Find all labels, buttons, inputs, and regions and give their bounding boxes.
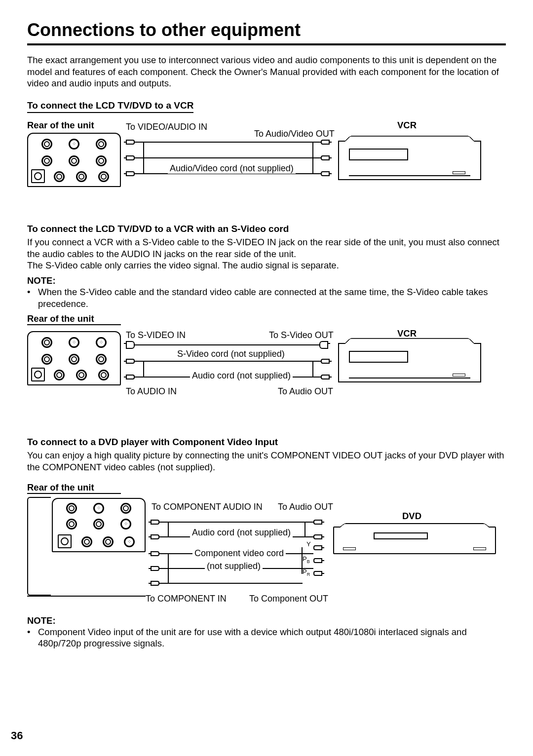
cable-bundle (312, 142, 313, 174)
plug-icon (321, 155, 330, 160)
plug-icon (313, 545, 322, 550)
jack-icon (41, 155, 52, 166)
section3-note-list: Component Video input of the unit are fo… (27, 626, 506, 649)
jack-icon (103, 536, 114, 547)
jack-icon (98, 370, 109, 380)
jack-icon (54, 171, 65, 182)
section2-body1: If you connect a VCR with a S-Video cabl… (27, 236, 506, 260)
dvd-label: DVD (402, 511, 421, 522)
title-rule (27, 43, 506, 45)
to-audio-out-label-3: To Audio OUT (278, 502, 333, 512)
rear-panel-3 (52, 498, 146, 552)
plug-icon (126, 140, 135, 145)
jack-svideo-icon (93, 503, 104, 514)
bracket-icon (27, 497, 51, 596)
rear-panel (27, 133, 121, 187)
plug-icon (321, 359, 330, 364)
jack-icon (41, 354, 52, 365)
cable-bundle (305, 522, 305, 537)
to-svideo-in-label: To S-VIDEO IN (126, 330, 186, 340)
page-title: Connections to other equipment (27, 20, 506, 40)
plug-icon (151, 534, 159, 539)
plug-icon (126, 171, 135, 176)
plug-icon (126, 375, 135, 379)
to-audio-video-out-label: To Audio/Video OUT (254, 129, 335, 139)
plug-icon (313, 534, 322, 539)
to-audio-out-label: To Audio OUT (278, 386, 333, 397)
jack-icon (96, 139, 107, 150)
diagram-vcr: Rear of the unit To VIDEO/AUDIO IN To Au… (27, 120, 506, 199)
vcr-device-2 (338, 343, 481, 382)
plug-icon (321, 171, 330, 176)
component-cord-label-2: (not supplied) (205, 561, 263, 571)
svideo-cord-label: S-Video cord (not supplied) (175, 349, 287, 359)
to-audio-in-label: To AUDIO IN (126, 386, 177, 397)
pr-label: PR (303, 568, 310, 577)
section2-note-label: NOTE: (27, 275, 506, 286)
plug-icon (313, 571, 322, 576)
vcr-label: VCR (397, 120, 417, 131)
section2-note-list: When the S-Video cable and the standard … (27, 286, 506, 309)
jack-icon (76, 171, 87, 182)
plug-icon (151, 581, 159, 586)
audio-cord-label-3: Audio cord (not supplied) (190, 528, 293, 538)
jack-icon (81, 536, 92, 547)
jack-svideo-icon (69, 337, 79, 348)
plug-icon (321, 375, 330, 379)
jack-svideo-icon (69, 139, 79, 150)
section3-note-label: NOTE: (27, 615, 506, 626)
jack-icon (54, 370, 65, 380)
jack-icon (93, 519, 104, 529)
intro-paragraph: The exact arrangement you use to interco… (27, 54, 506, 89)
bracket-bottom (27, 596, 146, 597)
dvd-device (333, 527, 496, 554)
plug-icon (313, 558, 322, 563)
jack-svideo-icon (124, 536, 135, 547)
din-plug-icon (319, 341, 328, 349)
cable-bundle (168, 522, 169, 537)
rear-of-unit-label-2: Rear of the unit (27, 313, 121, 325)
jack-icon (66, 519, 77, 529)
rear-panel-2 (27, 331, 121, 385)
cable-bundle (312, 361, 313, 378)
diagram-component: To COMPONENT AUDIO IN To Audio OUT DVD A… (27, 497, 506, 610)
cable-line (159, 522, 313, 523)
jack-icon (41, 337, 52, 348)
section2-note-item: When the S-Video cable and the standard … (27, 286, 506, 309)
jack-icon (66, 503, 77, 514)
section2-body2: The S-Video cable only carries the video… (27, 260, 506, 271)
jack-icon (76, 370, 87, 380)
jack-icon (69, 354, 79, 365)
jack-icon (98, 171, 109, 182)
section3-heading: To connect to a DVD player with Componen… (27, 437, 506, 448)
plug-icon (151, 566, 159, 571)
to-component-in-label: To COMPONENT IN (146, 594, 227, 604)
pb-label: PB (303, 555, 310, 564)
to-video-audio-in-label: To VIDEO/AUDIO IN (126, 122, 207, 132)
vcr-device (338, 141, 481, 180)
rear-of-unit-label-3: Rear of the unit (27, 482, 121, 494)
section3-note-item: Component Video input of the unit are fo… (27, 626, 506, 649)
cable-bundle (143, 142, 144, 174)
diagram-svideo: To S-VIDEO IN To S-Video OUT VCR S-Video… (27, 328, 506, 417)
plug-icon (313, 520, 322, 525)
page-number: 36 (11, 729, 23, 742)
din-plug-icon (126, 341, 135, 349)
cable-bundle (143, 361, 144, 378)
rear-of-unit-label: Rear of the unit (27, 120, 94, 131)
jack-svideo-icon (120, 519, 131, 529)
jack-icon (96, 354, 107, 365)
to-comp-audio-in-label: To COMPONENT AUDIO IN (152, 502, 263, 512)
cable-line (135, 344, 319, 345)
jack-icon (96, 155, 107, 166)
to-svideo-out-label: To S-Video OUT (269, 330, 334, 340)
plug-icon (151, 520, 159, 525)
plug-icon (151, 551, 159, 556)
section2-heading: To connect the LCD TV/DVD to a VCR with … (27, 224, 506, 234)
audio-cord-label: Audio cord (not supplied) (190, 371, 293, 381)
jack-icon (41, 139, 52, 150)
jack-icon (120, 503, 131, 514)
cable-bundle (168, 553, 169, 584)
section1-heading: To connect the LCD TV/DVD to a VCR (27, 100, 193, 113)
plug-icon (126, 155, 135, 160)
